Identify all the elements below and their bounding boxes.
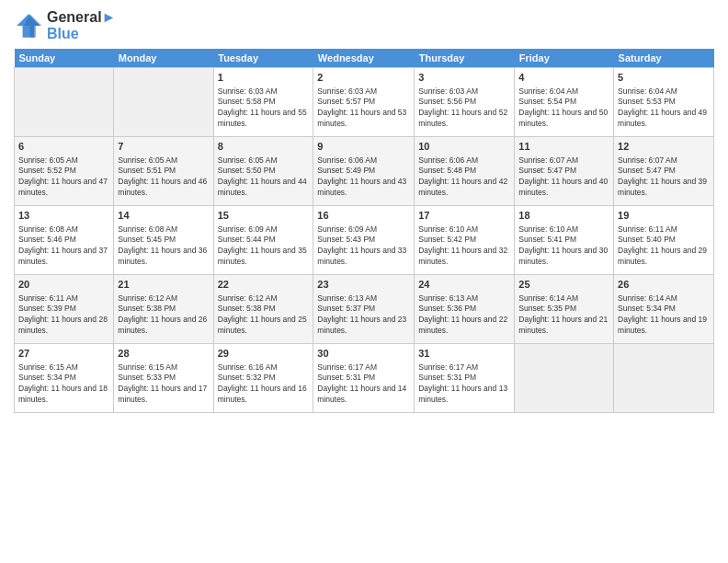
day-info: Sunrise: 6:11 AM [618, 224, 710, 236]
calendar-day-cell: 11Sunrise: 6:07 AMSunset: 5:47 PMDayligh… [515, 137, 614, 206]
day-info: Daylight: 11 hours and 30 minutes. [518, 246, 609, 268]
day-info: Daylight: 11 hours and 28 minutes. [18, 315, 109, 337]
calendar-day-cell: 20Sunrise: 6:11 AMSunset: 5:39 PMDayligh… [15, 275, 114, 344]
calendar-day-cell: 12Sunrise: 6:07 AMSunset: 5:47 PMDayligh… [614, 137, 714, 206]
day-info: Daylight: 11 hours and 21 minutes. [518, 315, 609, 337]
day-info: Sunrise: 6:11 AM [18, 293, 109, 304]
calendar-day-cell: 21Sunrise: 6:12 AMSunset: 5:38 PMDayligh… [114, 275, 213, 344]
day-info: Daylight: 11 hours and 13 minutes. [418, 384, 510, 406]
calendar-day-cell: 19Sunrise: 6:11 AMSunset: 5:40 PMDayligh… [614, 206, 714, 275]
calendar-day-cell: 23Sunrise: 6:13 AMSunset: 5:37 PMDayligh… [313, 275, 415, 344]
day-info: Daylight: 11 hours and 14 minutes. [317, 384, 410, 406]
day-info: Sunrise: 6:12 AM [218, 293, 310, 304]
day-info: Daylight: 11 hours and 16 minutes. [218, 384, 310, 406]
weekday-header: Wednesday [313, 49, 415, 68]
day-info: Sunset: 5:40 PM [618, 235, 710, 246]
day-number: 18 [518, 209, 609, 223]
day-info: Sunrise: 6:08 AM [118, 224, 209, 236]
day-info: Daylight: 11 hours and 46 minutes. [118, 177, 209, 199]
calendar-day-cell: 29Sunrise: 6:16 AMSunset: 5:32 PMDayligh… [213, 344, 313, 413]
calendar-day-cell: 4Sunrise: 6:04 AMSunset: 5:54 PMDaylight… [515, 68, 614, 137]
calendar-day-cell: 6Sunrise: 6:05 AMSunset: 5:52 PMDaylight… [15, 137, 114, 206]
calendar-day-cell: 14Sunrise: 6:08 AMSunset: 5:45 PMDayligh… [114, 206, 213, 275]
calendar-day-cell [114, 68, 213, 137]
day-info: Daylight: 11 hours and 32 minutes. [418, 246, 510, 268]
day-info: Sunrise: 6:13 AM [317, 293, 410, 304]
day-info: Daylight: 11 hours and 50 minutes. [518, 108, 609, 130]
day-info: Sunrise: 6:06 AM [418, 155, 510, 167]
day-info: Daylight: 11 hours and 19 minutes. [618, 315, 710, 337]
day-info: Sunset: 5:46 PM [18, 235, 109, 246]
calendar-day-cell: 16Sunrise: 6:09 AMSunset: 5:43 PMDayligh… [313, 206, 415, 275]
logo-icon [14, 11, 43, 40]
day-number: 11 [518, 140, 609, 154]
day-info: Sunset: 5:58 PM [218, 97, 310, 108]
day-info: Sunset: 5:51 PM [118, 166, 209, 177]
day-info: Sunrise: 6:15 AM [18, 362, 109, 373]
calendar-header-row: SundayMondayTuesdayWednesdayThursdayFrid… [15, 49, 714, 68]
day-info: Daylight: 11 hours and 55 minutes. [218, 108, 310, 130]
day-info: Daylight: 11 hours and 35 minutes. [218, 246, 310, 268]
calendar-table: SundayMondayTuesdayWednesdayThursdayFrid… [14, 49, 714, 413]
day-number: 27 [18, 347, 109, 361]
calendar-body: 1Sunrise: 6:03 AMSunset: 5:58 PMDaylight… [15, 68, 714, 413]
calendar-day-cell: 3Sunrise: 6:03 AMSunset: 5:56 PMDaylight… [415, 68, 515, 137]
day-info: Daylight: 11 hours and 47 minutes. [18, 177, 109, 199]
day-info: Sunset: 5:57 PM [317, 97, 410, 108]
day-info: Daylight: 11 hours and 53 minutes. [317, 108, 410, 130]
calendar-day-cell: 15Sunrise: 6:09 AMSunset: 5:44 PMDayligh… [213, 206, 313, 275]
day-info: Sunrise: 6:16 AM [218, 362, 310, 373]
calendar-day-cell: 25Sunrise: 6:14 AMSunset: 5:35 PMDayligh… [515, 275, 614, 344]
day-info: Sunset: 5:53 PM [618, 97, 710, 108]
calendar-day-cell: 31Sunrise: 6:17 AMSunset: 5:31 PMDayligh… [415, 344, 515, 413]
day-info: Daylight: 11 hours and 43 minutes. [317, 177, 410, 199]
day-number: 1 [218, 71, 310, 85]
calendar-day-cell: 26Sunrise: 6:14 AMSunset: 5:34 PMDayligh… [614, 275, 714, 344]
day-number: 12 [618, 140, 710, 154]
calendar-day-cell: 24Sunrise: 6:13 AMSunset: 5:36 PMDayligh… [415, 275, 515, 344]
weekday-header: Thursday [415, 49, 515, 68]
day-info: Sunrise: 6:13 AM [418, 293, 510, 304]
day-info: Daylight: 11 hours and 26 minutes. [118, 315, 209, 337]
day-number: 21 [118, 278, 209, 292]
day-number: 7 [118, 140, 209, 154]
day-info: Sunset: 5:48 PM [418, 166, 510, 177]
logo-text: General► Blue [47, 9, 116, 41]
day-info: Sunrise: 6:05 AM [118, 155, 209, 167]
day-info: Daylight: 11 hours and 49 minutes. [618, 108, 710, 130]
day-info: Sunrise: 6:04 AM [518, 86, 609, 98]
day-number: 23 [317, 278, 410, 292]
calendar-week-row: 27Sunrise: 6:15 AMSunset: 5:34 PMDayligh… [15, 344, 714, 413]
day-number: 16 [317, 209, 410, 223]
day-number: 5 [618, 71, 710, 85]
day-info: Daylight: 11 hours and 23 minutes. [317, 315, 410, 337]
day-info: Sunset: 5:36 PM [418, 304, 510, 315]
calendar-day-cell: 30Sunrise: 6:17 AMSunset: 5:31 PMDayligh… [313, 344, 415, 413]
calendar-week-row: 13Sunrise: 6:08 AMSunset: 5:46 PMDayligh… [15, 206, 714, 275]
day-number: 8 [218, 140, 310, 154]
day-info: Sunrise: 6:04 AM [618, 86, 710, 98]
day-info: Daylight: 11 hours and 39 minutes. [618, 177, 710, 199]
day-number: 6 [18, 140, 109, 154]
day-number: 19 [618, 209, 710, 223]
calendar-day-cell [614, 344, 714, 413]
day-info: Daylight: 11 hours and 25 minutes. [218, 315, 310, 337]
weekday-header: Friday [515, 49, 614, 68]
weekday-header: Monday [114, 49, 213, 68]
day-number: 4 [518, 71, 609, 85]
day-info: Sunset: 5:49 PM [317, 166, 410, 177]
calendar-day-cell: 28Sunrise: 6:15 AMSunset: 5:33 PMDayligh… [114, 344, 213, 413]
day-info: Sunrise: 6:14 AM [618, 293, 710, 304]
day-number: 13 [18, 209, 109, 223]
day-info: Sunrise: 6:05 AM [218, 155, 310, 167]
day-info: Sunset: 5:56 PM [418, 97, 510, 108]
day-info: Sunset: 5:44 PM [218, 235, 310, 246]
day-info: Sunrise: 6:14 AM [518, 293, 609, 304]
header: General► Blue [14, 9, 714, 41]
day-info: Sunrise: 6:03 AM [418, 86, 510, 98]
day-info: Sunset: 5:45 PM [118, 235, 209, 246]
day-info: Sunset: 5:33 PM [118, 373, 209, 384]
day-number: 20 [18, 278, 109, 292]
day-number: 3 [418, 71, 510, 85]
day-info: Daylight: 11 hours and 22 minutes. [418, 315, 510, 337]
